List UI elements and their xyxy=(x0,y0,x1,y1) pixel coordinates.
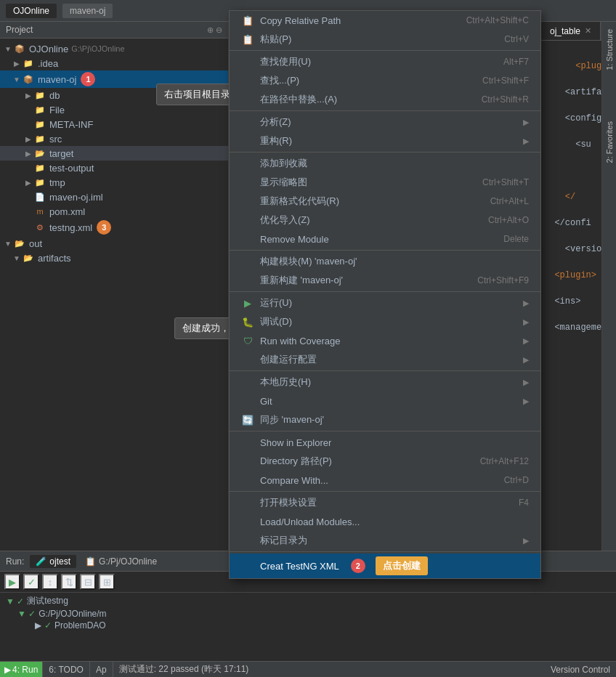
menu-thumbnail[interactable]: 显示缩略图 Ctrl+Shift+T xyxy=(230,173,540,192)
reformat-label: 重新格式化代码(R) xyxy=(260,195,339,208)
menu-show-explorer[interactable]: Show in Explorer xyxy=(230,433,540,452)
load-icon xyxy=(241,515,254,528)
testng-label: testng.xml xyxy=(49,222,92,233)
out-label: out xyxy=(29,238,42,249)
problem-dao-arrow: ▶ xyxy=(29,620,41,631)
title-tab-maven-oj[interactable]: maven-oj xyxy=(62,4,113,18)
menu-find[interactable]: 查找...(P) Ctrl+Shift+F xyxy=(230,71,540,90)
ap-button[interactable]: Ap xyxy=(90,662,113,677)
todo-button[interactable]: 6: TODO xyxy=(43,662,90,677)
menu-build-module[interactable]: 构建模块(M) 'maven-oj' xyxy=(230,252,540,271)
menu-refactor[interactable]: 重构(R) ▶ xyxy=(230,131,540,150)
panel-title: Project xyxy=(6,25,33,35)
menu-directory-path[interactable]: Directory 路径(P) Ctrl+Alt+F12 xyxy=(230,452,540,471)
pom-label: pom.xml xyxy=(49,206,85,217)
menu-create-run-config[interactable]: 创建运行配置 ▶ xyxy=(230,350,540,369)
meta-inf-label: META-INF xyxy=(49,119,93,130)
todo-label: 6: TODO xyxy=(49,665,84,675)
settings-icon xyxy=(241,496,254,509)
menu-optimize[interactable]: 优化导入(Z) Ctrl+Alt+O xyxy=(230,211,540,230)
menu-load-unload[interactable]: Load/Unload Modules... xyxy=(230,512,540,531)
reformat-shortcut: Ctrl+Alt+L xyxy=(490,196,529,206)
build-module-label: 构建模块(M) 'maven-oj' xyxy=(260,255,357,268)
play-button[interactable]: ▶ xyxy=(4,574,20,590)
panel-header: Project ⊕ ⊖ xyxy=(0,22,228,38)
explorer-icon xyxy=(241,436,254,449)
menu-sync-maven[interactable]: 🔄 同步 'maven-oj' xyxy=(230,410,540,429)
analyze-label: 分析(Z) xyxy=(260,115,291,129)
menu-remove-module[interactable]: Remove Module Delete xyxy=(230,230,540,248)
sep-7 xyxy=(230,431,540,431)
tree-item-idea[interactable]: ▶ 📁 .idea xyxy=(0,56,228,70)
tree-item-pom[interactable]: m pom.xml xyxy=(0,204,228,219)
sort-button[interactable]: ↕ xyxy=(42,574,58,590)
paste-label: 粘贴(P) xyxy=(260,33,291,46)
tree-item-maven-iml[interactable]: 📄 maven-oj.iml xyxy=(0,190,228,204)
menu-compare-with[interactable]: Compare With... Ctrl+D xyxy=(230,471,540,490)
replace-icon xyxy=(241,93,254,106)
check-icon-2: ▼ ✓ xyxy=(17,609,36,619)
tree-item-testng[interactable]: ⚙ testng.xml 3 xyxy=(0,219,228,236)
version-control-button[interactable]: Version Control xyxy=(545,665,616,675)
run-tab-ojtest[interactable]: 🧪 ojtest xyxy=(30,555,76,568)
code-tab-oj-table[interactable]: oj_table ✕ xyxy=(541,22,601,40)
idea-arrow: ▶ xyxy=(12,60,22,68)
run-tree-path[interactable]: ▼ ✓ G:/Pj/OJOnline/m xyxy=(6,608,610,620)
git-icon xyxy=(241,394,254,408)
tree-item-out[interactable]: ▼ 📂 out xyxy=(0,236,228,251)
tree-item-meta-inf[interactable]: 📁 META-INF xyxy=(0,117,228,131)
status-bar: ▶ 4: Run 6: TODO Ap 测试通过: 22 passed (昨天 … xyxy=(0,661,616,677)
tree-item-src[interactable]: ▶ 📁 src xyxy=(0,131,228,146)
tree-item-artifacts[interactable]: ▼ 📂 artifacts xyxy=(0,251,228,265)
run-tree-problem-dao[interactable]: ▶ ✓ ProblemDAO xyxy=(6,620,610,631)
close-tab-icon[interactable]: ✕ xyxy=(585,26,591,36)
sep-8 xyxy=(230,491,540,492)
meta-inf-arrow xyxy=(23,121,33,129)
git-label: Git xyxy=(260,396,272,407)
menu-reformat[interactable]: 重新格式化代码(R) Ctrl+Alt+L xyxy=(230,192,540,211)
tree-item-tmp[interactable]: ▶ 📁 tmp xyxy=(0,175,228,190)
menu-find-usages[interactable]: 查找使用(U) Alt+F7 xyxy=(230,52,540,71)
menu-local-history[interactable]: 本地历史(H) ▶ xyxy=(230,373,540,392)
project-panel: Project ⊕ ⊖ ▼ 📦 OJOnline G:\Pj\OJOnline … xyxy=(0,22,229,583)
menu-rebuild[interactable]: 重新构建 'maven-oj' Ctrl+Shift+F9 xyxy=(230,271,540,290)
sep-9 xyxy=(230,551,540,552)
tree-item-ojOnline[interactable]: ▼ 📦 OJOnline G:\Pj\OJOnline xyxy=(0,41,228,56)
menu-run[interactable]: ▶ 运行(U) ▶ xyxy=(230,293,540,312)
tree-item-target[interactable]: ▶ 📂 target xyxy=(0,146,228,161)
test-output-label: test-output xyxy=(49,163,94,174)
menu-paste[interactable]: 📋 粘贴(P) Ctrl+V xyxy=(230,30,540,49)
target-label: target xyxy=(49,148,73,159)
run-tab-path[interactable]: 📋 G:/Pj/OJOnline xyxy=(79,555,163,568)
sort2-button[interactable]: ⇅ xyxy=(61,574,77,590)
side-icons: 1: Structure 2: Favorites xyxy=(601,22,616,583)
run-status-button[interactable]: ▶ 4: Run xyxy=(0,662,43,677)
run-config-icon xyxy=(241,353,254,366)
db-label: db xyxy=(49,90,60,101)
history-arrow: ▶ xyxy=(523,378,529,387)
iml-arrow xyxy=(23,193,33,201)
menu-mark-dir[interactable]: 标记目录为 ▶ xyxy=(230,531,540,550)
align-button[interactable]: ⊞ xyxy=(99,574,115,590)
menu-replace-in-path[interactable]: 在路径中替换...(A) Ctrl+Shift+R xyxy=(230,90,540,109)
run-tree-testng[interactable]: ▼ ✓ 测试testng xyxy=(6,594,610,608)
iml-icon: 📄 xyxy=(33,191,46,203)
tree-item-test-output[interactable]: 📁 test-output xyxy=(0,161,228,175)
menu-copy-relative-path[interactable]: 📋 Copy Relative Path Ctrl+Alt+Shift+C xyxy=(230,11,540,30)
coverage-arrow: ▶ xyxy=(523,336,529,346)
structure-icon[interactable]: 1: Structure xyxy=(604,28,615,72)
ojtest-label: ojtest xyxy=(49,556,70,567)
check-button[interactable]: ✓ xyxy=(23,574,39,590)
favorites-icon[interactable]: 2: Favorites xyxy=(604,120,615,164)
filter-button[interactable]: ⊟ xyxy=(80,574,96,590)
menu-add-favorites[interactable]: 添加到收藏 xyxy=(230,154,540,173)
menu-creat-testng[interactable]: Creat TestNG XML 2 点击创建 xyxy=(230,554,540,578)
menu-module-settings[interactable]: 打开模块设置 F4 xyxy=(230,493,540,512)
title-tab-ojOnline[interactable]: OJOnline xyxy=(6,4,57,18)
menu-debug[interactable]: 🐛 调试(D) ▶ xyxy=(230,312,540,331)
menu-git[interactable]: Git ▶ xyxy=(230,392,540,410)
show-explorer-label: Show in Explorer xyxy=(260,437,331,448)
debug-arrow: ▶ xyxy=(523,317,529,327)
menu-run-coverage[interactable]: 🛡 Run with Coverage ▶ xyxy=(230,331,540,350)
menu-analyze[interactable]: 分析(Z) ▶ xyxy=(230,113,540,131)
